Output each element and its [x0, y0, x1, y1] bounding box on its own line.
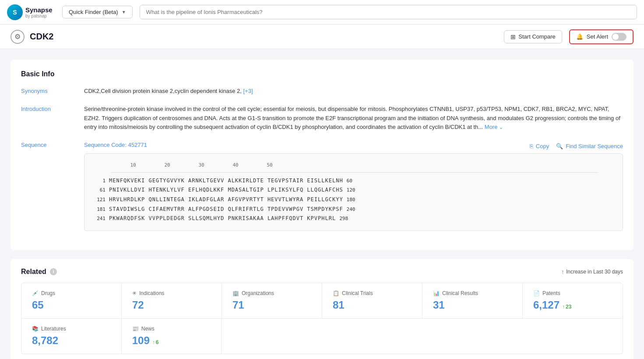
- related-card-indications[interactable]: ✳ Indications 72: [122, 283, 222, 318]
- sequence-actions: ⎘ Copy 🔍 Find Similar Sequence: [530, 143, 623, 149]
- related-header: Related i ↑ Increase in Last 30 days: [21, 268, 623, 276]
- chevron-down-icon: ▼: [122, 10, 126, 14]
- start-compare-label: Start Compare: [518, 33, 556, 40]
- seq-line-3: 121 HRVLHRDLKP QNLLINTEGA IKLADFGLAR AFG…: [91, 195, 616, 205]
- seq-col-40: 40: [218, 161, 253, 170]
- sequence-code-link[interactable]: Sequence Code: 452771: [84, 141, 147, 150]
- navbar: S Synapse by patsnap Quick Finder (Beta)…: [0, 0, 644, 25]
- related-card-drugs[interactable]: 💉 Drugs 65: [21, 283, 122, 318]
- page-title-area: ⚙ CDK2: [11, 30, 53, 44]
- copy-icon: ⎘: [530, 143, 533, 149]
- news-label: 📰 News: [132, 326, 211, 332]
- seq-col-50: 50: [253, 161, 287, 170]
- search-input[interactable]: [140, 5, 637, 19]
- sequence-box: 10 20 30 40 50 1 MENFQKVEKI GEGTYGVVYK A…: [84, 153, 623, 231]
- find-similar-label: Find Similar Sequence: [566, 143, 623, 149]
- seq-col-10: 10: [116, 161, 150, 170]
- patents-increase: ↑ 23: [562, 304, 571, 310]
- organizations-label: 🏢 Organizations: [232, 290, 311, 296]
- clinical-trials-value: 81: [333, 299, 412, 311]
- news-value: 109 ↑ 6: [132, 334, 211, 347]
- indications-value: 72: [132, 299, 211, 311]
- page-header: ⚙ CDK2 ⊞ Start Compare 🔔 Set Alert: [0, 25, 644, 49]
- related-title-text: Related: [21, 268, 46, 276]
- set-alert-button[interactable]: 🔔 Set Alert: [569, 29, 633, 44]
- arrow-up-news: ↑: [152, 339, 155, 345]
- clinical-results-value: 31: [433, 299, 512, 311]
- seq-col-20: 20: [150, 161, 184, 170]
- introduction-value: Serine/threonine-protein kinase involved…: [84, 105, 623, 132]
- synonyms-value: CDK2,Cell division protein kinase 2,cycl…: [84, 87, 623, 96]
- synonyms-more-link[interactable]: [+3]: [243, 88, 253, 94]
- logo-brand: Synapse: [25, 6, 53, 14]
- clinical-results-icon: 📊: [433, 290, 440, 296]
- target-icon: ⚙: [11, 30, 25, 44]
- literatures-label: 📚 Literatures: [32, 326, 111, 332]
- quick-finder-label: Quick Finder (Beta): [69, 9, 118, 15]
- related-card-clinical-trials[interactable]: 📋 Clinical Trials 81: [322, 283, 422, 318]
- seq-line-1: 1 MENFQKVEKI GEGTYGVVYK ARNKLTGEVV ALKKI…: [91, 176, 616, 186]
- start-compare-button[interactable]: ⊞ Start Compare: [504, 30, 562, 43]
- seq-content-2: PNIVKLLDVI HTENKLYLVF EFLHQDLKKF MDASALT…: [109, 185, 343, 195]
- seq-line-2: 61 PNIVKLLDVI HTENKLYLVF EFLHQDLKKF MDAS…: [91, 185, 616, 195]
- seq-start-3: 121: [91, 195, 109, 204]
- related-row2-filler: [222, 319, 623, 354]
- org-icon: 🏢: [232, 290, 239, 296]
- related-card-clinical-results[interactable]: 📊 Clinical Results 31: [422, 283, 523, 318]
- synonyms-row: Synonyms CDK2,Cell division protein kina…: [21, 87, 623, 96]
- related-cards-row1: 💉 Drugs 65 ✳ Indications 72: [21, 283, 623, 319]
- basic-info-title: Basic Info: [21, 70, 623, 78]
- page-title: CDK2: [30, 32, 53, 42]
- drugs-label: 💉 Drugs: [32, 290, 111, 296]
- related-card-organizations[interactable]: 🏢 Organizations 71: [222, 283, 322, 318]
- drugs-value: 65: [32, 299, 111, 311]
- seq-start-2: 61: [91, 186, 109, 195]
- more-link[interactable]: More: [485, 124, 498, 130]
- clinical-trials-label: 📋 Clinical Trials: [333, 290, 412, 296]
- arrow-up-patents: ↑: [562, 304, 565, 310]
- related-card-news[interactable]: 📰 News 109 ↑ 6: [122, 319, 222, 354]
- seq-end-2: 120: [343, 186, 361, 195]
- seq-start-1: 1: [91, 177, 109, 185]
- copy-label: Copy: [536, 143, 549, 149]
- sequence-value: Sequence Code: 452771 ⎘ Copy 🔍 Find Simi…: [84, 141, 623, 231]
- indications-icon: ✳: [132, 290, 137, 296]
- seq-line-5: 241 PKWARQDFSK VVPPLDEDGR SLLSQMLHYD PNK…: [91, 214, 616, 224]
- seq-start-5: 241: [91, 214, 109, 223]
- related-card-literatures[interactable]: 📚 Literatures 8,782: [21, 319, 122, 354]
- related-title: Related i: [21, 268, 57, 276]
- seq-end-4: 240: [343, 205, 361, 214]
- set-alert-toggle[interactable]: [612, 33, 626, 41]
- page-actions: ⊞ Start Compare 🔔 Set Alert: [504, 29, 633, 44]
- compare-icon: ⊞: [510, 33, 516, 40]
- find-similar-button[interactable]: 🔍 Find Similar Sequence: [556, 143, 623, 149]
- copy-button[interactable]: ⎘ Copy: [530, 143, 549, 149]
- patents-icon: 📄: [533, 290, 540, 296]
- introduction-text: Serine/threonine-protein kinase involved…: [84, 106, 620, 131]
- more-chevron-icon: ⌄: [499, 124, 503, 130]
- logo-sub: by patsnap: [25, 14, 53, 18]
- sequence-label: Sequence: [21, 141, 74, 231]
- increase-label: ↑ Increase in Last 30 days: [561, 268, 623, 275]
- drug-icon: 💉: [32, 290, 39, 296]
- sequence-row: Sequence Sequence Code: 452771 ⎘ Copy 🔍 …: [21, 141, 623, 231]
- quick-finder-button[interactable]: Quick Finder (Beta) ▼: [62, 6, 133, 18]
- organizations-value: 71: [232, 299, 311, 311]
- synonyms-text: CDK2,Cell division protein kinase 2,cycl…: [84, 88, 242, 94]
- seq-content-4: STAVDIWSLG CIFAEMVTRR ALFPGDSEID QLFRIFR…: [109, 205, 343, 214]
- logo-area: S Synapse by patsnap: [7, 4, 55, 20]
- seq-content-5: PKWARQDFSK VVPPLDEDGR SLLSQMLHYD PNKRISA…: [109, 214, 336, 224]
- related-section: Related i ↑ Increase in Last 30 days 💉 D…: [11, 259, 633, 359]
- literatures-icon: 📚: [32, 326, 39, 332]
- seq-content-1: MENFQKVEKI GEGTYGVVYK ARNKLTGEVV ALKKIRL…: [109, 176, 343, 186]
- seq-start-4: 181: [91, 205, 109, 214]
- increase-label-text: Increase in Last 30 days: [566, 269, 623, 275]
- introduction-label: Introduction: [21, 105, 74, 132]
- news-icon: 📰: [132, 326, 139, 332]
- clinical-results-label: 📊 Clinical Results: [433, 290, 512, 296]
- alert-icon: 🔔: [576, 33, 583, 40]
- seq-line-4: 181 STAVDIWSLG CIFAEMVTRR ALFPGDSEID QLF…: [91, 205, 616, 214]
- seq-end-5: 298: [336, 214, 353, 223]
- logo-text: Synapse by patsnap: [25, 6, 53, 18]
- related-card-patents[interactable]: 📄 Patents 6,127 ↑ 23: [523, 283, 623, 318]
